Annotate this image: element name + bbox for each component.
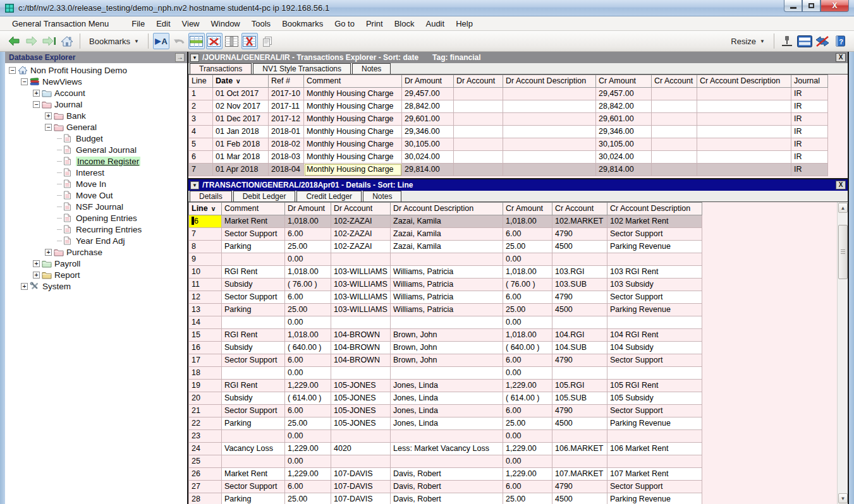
delete-row-button[interactable] — [206, 33, 223, 49]
pin-panel-button[interactable] — [779, 33, 795, 49]
cell-cr-account-description[interactable]: Parking Revenue — [607, 493, 702, 504]
cell-dr-account[interactable]: 102-ZAZAI — [331, 228, 391, 241]
forward-end-button[interactable] — [41, 33, 58, 49]
cell-cr-account-description[interactable] — [697, 126, 791, 138]
cell-dr-amount[interactable]: 29,601.00 — [402, 113, 454, 126]
cell-cr-account-description[interactable] — [697, 100, 791, 113]
cell-dr-account-description[interactable]: Williams, Patricia — [391, 279, 503, 291]
cell-date[interactable]: 01 Apr 2018 — [213, 164, 269, 176]
cell-cr-account[interactable]: 4500 — [552, 241, 607, 253]
cell-line[interactable]: 7 — [189, 228, 222, 241]
cell-cr-amount[interactable]: 0.00 — [503, 316, 552, 329]
copy-button[interactable] — [259, 33, 276, 49]
menu-print[interactable]: Print — [360, 17, 389, 30]
menu-general-transaction-menu[interactable]: General Transaction Menu — [6, 17, 114, 30]
sync-disabled-button[interactable] — [814, 33, 831, 49]
cell-cr-account[interactable]: 102.MARKET — [552, 215, 607, 228]
cell-cr-amount[interactable]: 6.00 — [503, 405, 552, 417]
menu-bookmarks[interactable]: Bookmarks — [276, 17, 329, 30]
cell-cr-account-description[interactable]: Parking Revenue — [607, 417, 702, 430]
cell-cr-account-description[interactable] — [607, 367, 702, 380]
cell-dr-account-description[interactable] — [503, 100, 596, 113]
menu-edit[interactable]: Edit — [150, 17, 176, 30]
cell-dr-account-description[interactable] — [503, 88, 596, 100]
cell-comment[interactable]: Sector Support — [222, 481, 285, 493]
cell-line[interactable]: 14 — [189, 316, 222, 329]
cell-line[interactable]: 27 — [189, 481, 222, 493]
tree-item-move-in[interactable]: Move In — [5, 178, 187, 189]
cell-cr-amount[interactable]: 29,601.00 — [596, 113, 652, 126]
cell-cr-account-description[interactable] — [697, 138, 791, 151]
transactions-tab-nv1-style-transactions[interactable]: NV1 Style Transactions — [253, 63, 351, 74]
cell-dr-account-description[interactable]: Brown, John — [391, 342, 503, 354]
cell-cr-account[interactable] — [552, 455, 607, 468]
cell-dr-amount[interactable]: 1,229.00 — [285, 380, 331, 392]
column-header-cr-account[interactable]: Cr Account — [552, 203, 607, 215]
cell-dr-account-description[interactable] — [391, 455, 503, 468]
cell-cr-account[interactable] — [652, 113, 697, 126]
cell-line[interactable]: 19 — [189, 380, 222, 392]
cell-dr-account-description[interactable] — [391, 367, 503, 380]
cell-cr-account[interactable]: 4790 — [552, 354, 607, 367]
cell-cr-account-description[interactable]: 105 Subsidy — [607, 392, 702, 405]
cell-cr-account[interactable]: 105.SUB — [552, 392, 607, 405]
column-header-cr-account-description[interactable]: Cr Account Description — [607, 203, 702, 215]
cell-ref[interactable]: 2018-04 — [269, 164, 304, 176]
cell-cr-account[interactable] — [652, 126, 697, 138]
cell-cr-account-description[interactable]: Sector Support — [607, 405, 702, 417]
cell-cr-amount[interactable]: 1,018.00 — [503, 215, 552, 228]
cell-cr-account[interactable] — [652, 138, 697, 151]
cell-line[interactable]: 15 — [189, 329, 222, 342]
cell-dr-amount[interactable]: 6.00 — [285, 481, 331, 493]
cell-comment[interactable]: Monthly Housing Charge — [304, 126, 402, 138]
cell-dr-account[interactable] — [454, 164, 503, 176]
cell-dr-amount[interactable]: 30,105.00 — [402, 138, 454, 151]
column-header-comment[interactable]: Comment — [222, 203, 285, 215]
home-button[interactable] — [59, 33, 75, 49]
close-panel-button[interactable]: X — [836, 181, 846, 189]
menu-go-to[interactable]: Go to — [329, 17, 360, 30]
tree-item-payroll[interactable]: +Payroll — [5, 258, 187, 269]
panel-menu-button[interactable]: ▼ — [190, 181, 199, 189]
back-button[interactable] — [6, 33, 22, 49]
column-header-cr-account-description[interactable]: Cr Account Description — [697, 75, 791, 88]
cell-dr-amount[interactable]: 0.00 — [285, 455, 331, 468]
column-header-cr-amount[interactable]: Cr Amount — [503, 203, 552, 215]
menu-view[interactable]: View — [176, 17, 205, 30]
cell-comment[interactable]: Monthly Housing Charge — [304, 164, 402, 176]
column-header-dr-account-description[interactable]: Dr Account Description — [503, 75, 596, 88]
cell-cr-amount[interactable]: 1,229.00 — [503, 443, 552, 455]
cell-cr-amount[interactable]: 6.00 — [503, 291, 552, 304]
cell-dr-account-description[interactable]: Brown, John — [391, 329, 503, 342]
tree-item-opening-entries[interactable]: Opening Entries — [5, 212, 187, 224]
cell-dr-amount[interactable]: 29,346.00 — [402, 126, 454, 138]
cell-cr-account[interactable]: 4500 — [552, 304, 607, 316]
cell-line[interactable]: 20 — [189, 392, 222, 405]
cell-dr-account[interactable]: 102-ZAZAI — [331, 241, 391, 253]
cell-comment[interactable]: Monthly Housing Charge — [304, 100, 402, 113]
minimize-button[interactable] — [784, 0, 802, 12]
cell-line[interactable]: 1 — [189, 88, 213, 100]
cell-cr-account[interactable]: 4790 — [552, 228, 607, 241]
insert-row-button[interactable] — [188, 33, 205, 49]
cell-cr-amount[interactable]: 29,457.00 — [596, 88, 652, 100]
cell-line[interactable]: 26 — [189, 468, 222, 481]
cell-dr-amount[interactable]: 28,842.00 — [402, 100, 454, 113]
cell-comment[interactable]: Sector Support — [222, 291, 285, 304]
cell-comment[interactable] — [222, 430, 285, 443]
cell-line[interactable]: 8 — [189, 241, 222, 253]
tree-item-journal[interactable]: −Journal — [5, 99, 187, 110]
cell-line[interactable]: 17 — [189, 354, 222, 367]
cell-cr-amount[interactable]: 30,024.00 — [596, 151, 652, 164]
cell-date[interactable]: 02 Nov 2017 — [213, 100, 269, 113]
cell-cr-amount[interactable]: 28,842.00 — [596, 100, 652, 113]
cell-cr-amount[interactable]: 1,018.00 — [503, 266, 552, 279]
cell-comment[interactable]: Monthly Housing Charge — [304, 113, 402, 126]
cell-dr-account[interactable] — [454, 100, 503, 113]
cell-ref[interactable]: 2018-02 — [269, 138, 304, 151]
cell-dr-account-description[interactable]: Williams, Patricia — [391, 304, 503, 316]
cell-comment[interactable] — [222, 455, 285, 468]
cell-dr-account[interactable]: 103-WILLIAMS — [331, 304, 391, 316]
scroll-up-button[interactable]: ▲ — [838, 203, 848, 213]
cell-comment[interactable]: Monthly Housing Charge — [304, 151, 402, 164]
